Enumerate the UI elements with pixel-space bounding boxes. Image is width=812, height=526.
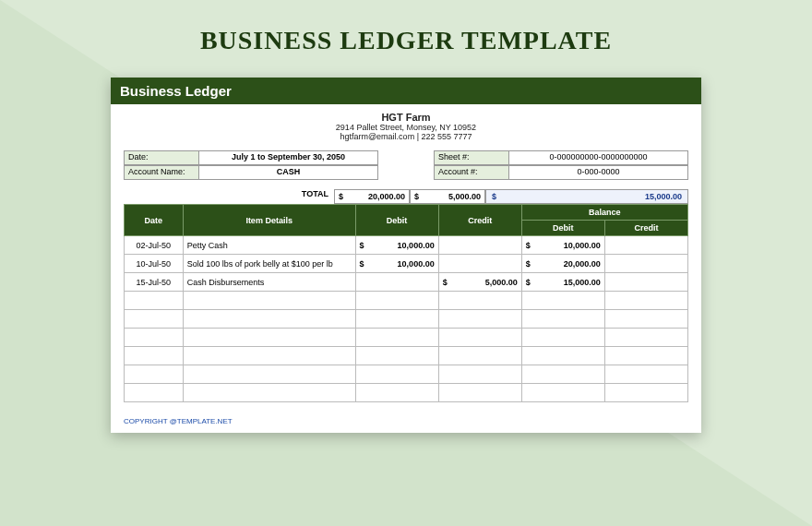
sheet-label: Sheet #:	[434, 150, 509, 165]
account-no-value: 0-000-0000	[509, 165, 688, 180]
sheet-value: 0-000000000-0000000000	[509, 150, 688, 165]
account-no-label: Account #:	[434, 165, 509, 180]
document-header: Business Ledger	[111, 78, 701, 104]
totals-row: TOTAL $20,000.00 $5,000.00 $15,000.00	[111, 185, 701, 204]
th-debit: Debit	[355, 205, 438, 236]
total-debit: $20,000.00	[334, 189, 410, 204]
th-credit: Credit	[438, 205, 521, 236]
total-balance: $15,000.00	[485, 189, 688, 204]
table-row	[125, 329, 688, 347]
page-title: BUSINESS LEDGER TEMPLATE	[0, 0, 812, 55]
table-row: 15-Jul-50Cash Disbursements$5,000.00$15,…	[125, 273, 688, 292]
table-row	[125, 365, 688, 384]
organization-block: HGT Farm 2914 Pallet Street, Monsey, NY …	[111, 104, 701, 150]
meta-section: Date: July 1 to September 30, 2050 Accou…	[111, 150, 701, 185]
ledger-table: Date Item Details Debit Credit Balance D…	[124, 204, 688, 402]
table-row	[125, 384, 688, 402]
total-label: TOTAL	[124, 189, 334, 204]
org-address: 2914 Pallet Street, Monsey, NY 10952	[111, 123, 701, 132]
ledger-document: Business Ledger HGT Farm 2914 Pallet Str…	[111, 78, 701, 433]
th-bal-credit: Credit	[604, 221, 687, 236]
th-bal-debit: Debit	[521, 221, 604, 236]
table-row	[125, 347, 688, 365]
date-value: July 1 to September 30, 2050	[199, 150, 378, 165]
table-row: 02-Jul-50Petty Cash$10,000.00$10,000.00	[125, 236, 688, 255]
table-row	[125, 292, 688, 310]
th-date: Date	[125, 205, 184, 236]
account-name-value: CASH	[199, 165, 378, 180]
table-row: 10-Jul-50Sold 100 lbs of pork belly at $…	[125, 255, 688, 273]
date-label: Date:	[124, 150, 199, 165]
th-item: Item Details	[183, 205, 355, 236]
total-credit: $5,000.00	[410, 189, 485, 204]
table-row	[125, 310, 688, 329]
account-name-label: Account Name:	[124, 165, 199, 180]
org-name: HGT Farm	[111, 112, 701, 123]
org-contact: hgtfarm@email.com | 222 555 7777	[111, 132, 701, 141]
th-balance: Balance	[521, 205, 687, 221]
copyright: COPYRIGHT @TEMPLATE.NET	[111, 402, 701, 433]
